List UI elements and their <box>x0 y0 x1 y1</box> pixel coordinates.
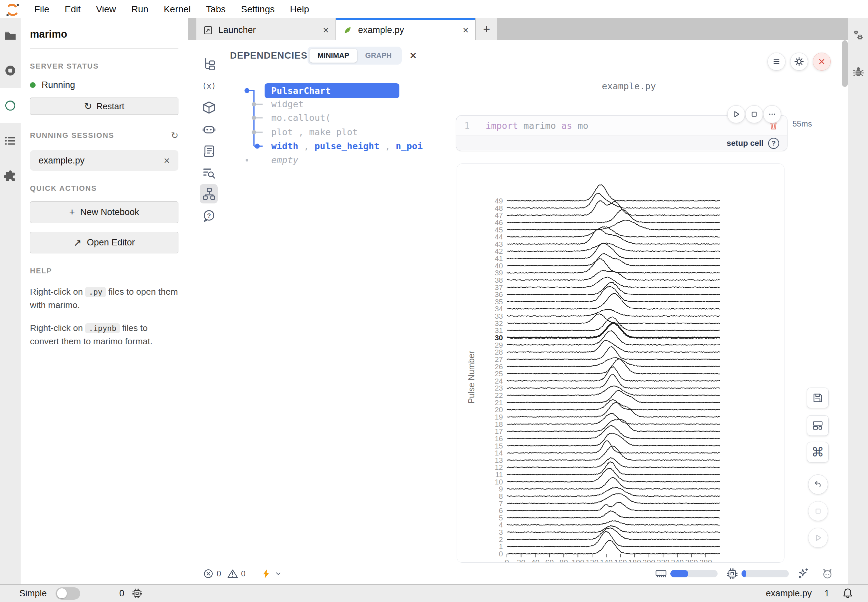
menu-tabs[interactable]: Tabs <box>198 0 233 18</box>
tool-dependencies-icon[interactable] <box>202 187 216 200</box>
help-paragraph: Right-click on .ipynb files to convert t… <box>30 322 178 348</box>
svg-text:34: 34 <box>495 305 503 313</box>
svg-text:0: 0 <box>505 558 509 563</box>
svg-text:200: 200 <box>643 558 655 563</box>
tab-launcher[interactable]: Launcher× <box>196 18 336 40</box>
session-item[interactable]: example.py× <box>30 150 178 171</box>
pulse-trace-14 <box>507 441 720 453</box>
svg-text:25: 25 <box>495 370 503 378</box>
menu-button[interactable] <box>767 52 785 71</box>
close-icon[interactable]: × <box>323 25 329 35</box>
pulse-trace-12 <box>507 458 720 468</box>
cpu-chip-icon[interactable] <box>132 588 143 599</box>
tree-node[interactable]: widget <box>271 99 304 109</box>
running-sessions-label: RUNNING SESSIONS <box>30 131 114 140</box>
menu-kernel[interactable]: Kernel <box>156 0 198 18</box>
view-toggle-minimap[interactable]: MINIMAP <box>310 49 357 63</box>
new-tab-button[interactable]: + <box>476 18 497 40</box>
close-icon[interactable]: × <box>164 155 170 166</box>
stop-square-round-button[interactable] <box>808 501 828 521</box>
activity-tab-stop-icon[interactable] <box>0 53 21 88</box>
svg-text:80: 80 <box>560 558 568 563</box>
cell-more-dots-button[interactable] <box>763 105 781 123</box>
svg-text:0: 0 <box>499 550 503 558</box>
tool-variables-icon[interactable]: (x) <box>202 79 216 92</box>
extensions-puzzle-icon <box>4 169 17 182</box>
view-toggle-graph[interactable]: GRAPH <box>357 49 399 63</box>
tree-node-selected[interactable]: PulsarChart <box>265 83 399 98</box>
menu-run[interactable]: Run <box>124 0 156 18</box>
tool-file-tree-icon[interactable] <box>202 58 216 71</box>
sparkle-icon[interactable] <box>797 568 810 580</box>
activity-tab-marimo-ring-icon[interactable] <box>0 88 21 123</box>
tool-ai-robot-icon[interactable] <box>202 123 216 136</box>
gear-button[interactable] <box>790 52 808 71</box>
undo-round-button[interactable] <box>808 475 828 494</box>
code-line[interactable]: import marimo as mo <box>486 121 589 131</box>
menu-help[interactable]: Help <box>282 0 317 18</box>
tree-node[interactable]: mo.callout( <box>271 112 331 123</box>
code-keyword: as <box>561 121 572 131</box>
activity-tab-extensions-puzzle-icon[interactable] <box>0 158 21 193</box>
activity-tab-folder-icon[interactable] <box>0 18 21 53</box>
svg-text:48: 48 <box>495 204 503 212</box>
tree-node[interactable]: plot , make_plot <box>271 127 358 137</box>
save-button[interactable] <box>807 388 829 408</box>
tab-example-py[interactable]: example.py× <box>336 18 475 40</box>
chart-output-cell[interactable]: Pulse Number0123456789101112131415161718… <box>457 163 784 563</box>
help-circle-icon[interactable]: ? <box>768 138 779 149</box>
tool-outline-search-icon[interactable] <box>202 166 216 179</box>
cell-stop-square-button[interactable] <box>745 105 763 123</box>
refresh-icon[interactable]: ↻ <box>171 130 178 141</box>
svg-text:3: 3 <box>499 528 503 536</box>
svg-text:220: 220 <box>657 558 669 563</box>
svg-text:4: 4 <box>499 521 503 529</box>
run-stale-cells-button[interactable] <box>261 568 282 579</box>
pulse-trace-17 <box>507 419 720 432</box>
tree-node-empty[interactable]: empty <box>271 155 298 165</box>
toggle-knob <box>57 588 67 598</box>
divider <box>30 48 178 49</box>
svg-text:15: 15 <box>495 442 503 450</box>
menu-view[interactable]: View <box>88 0 123 18</box>
chevron-down-icon[interactable] <box>274 570 282 578</box>
menu-list: FileEditViewRunKernelTabsSettingsHelp <box>27 0 317 18</box>
svg-text:29: 29 <box>495 341 503 349</box>
pulse-trace-16 <box>507 425 720 439</box>
line-number: 1 <box>464 121 478 131</box>
close-red-button[interactable] <box>813 52 831 71</box>
bell-icon[interactable] <box>842 588 853 599</box>
status-bar: Simple 0 example.py 1 <box>0 584 868 602</box>
running-list-icon <box>4 135 17 147</box>
play-icon <box>731 109 742 120</box>
svg-text:27: 27 <box>495 355 503 364</box>
scrollbar-thumb[interactable] <box>842 40 848 87</box>
close-icon[interactable]: × <box>463 25 469 35</box>
tool-logs-icon[interactable] <box>202 144 216 158</box>
cell-play-button[interactable] <box>727 105 745 123</box>
menu-edit[interactable]: Edit <box>57 0 88 18</box>
new-notebook-button[interactable]: +New Notebook <box>30 201 178 223</box>
menu-file[interactable]: File <box>27 0 57 18</box>
tool-packages-icon[interactable] <box>202 101 216 114</box>
activity-tab-running-list-icon[interactable] <box>0 123 21 158</box>
svg-text:47: 47 <box>495 211 503 220</box>
open-editor-button[interactable]: ↗Open Editor <box>30 232 178 253</box>
token-separator: , <box>379 141 396 151</box>
code-identifier: marimo <box>518 121 561 131</box>
panel-bug-icon[interactable] <box>853 66 864 78</box>
token: make_plot <box>309 127 358 137</box>
simple-mode-toggle[interactable] <box>55 587 80 600</box>
plus-icon: + <box>69 207 75 218</box>
command-button[interactable]: ⌘ <box>807 442 829 462</box>
copilot-cat-icon[interactable] <box>821 568 833 580</box>
restart-button[interactable]: ↻ Restart <box>30 98 178 115</box>
file-ext-chip: .ipynb <box>85 323 120 333</box>
panel-gears-icon[interactable] <box>853 30 864 41</box>
layout-button[interactable] <box>807 415 829 436</box>
token-separator: , <box>293 127 309 137</box>
play-round-button[interactable] <box>808 528 828 548</box>
tool-help-icon[interactable]: ? <box>202 209 216 223</box>
menu-settings[interactable]: Settings <box>233 0 282 18</box>
tree-node-active[interactable]: width , pulse_height , n_poi <box>271 141 423 151</box>
